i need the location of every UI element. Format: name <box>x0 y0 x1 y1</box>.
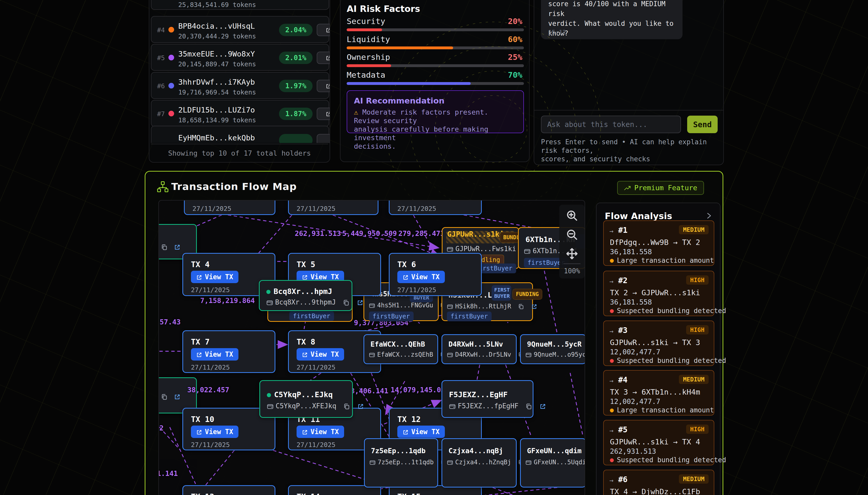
factor-pct: 60% <box>508 35 522 44</box>
wallet-address-row: 9QnueM...o95ycR <box>525 351 585 358</box>
wallet-node-gfxeun[interactable]: GFxeUN...qdim GFxeUN...5Uqdim <box>520 438 585 488</box>
wallet-node-czjxa4[interactable]: Czjxa4...nqBj Czjxa4...hZnqBj <box>442 438 517 488</box>
flow-analysis-panel: Flow Analysis → #1 MEDIUM DfPdgq...Ww9B … <box>596 203 720 495</box>
tx-node-7[interactable]: TX 7 View TX 27/11/2025 <box>182 330 275 373</box>
first-buyer-tag: firstBuyer <box>289 311 334 321</box>
external-link-icon <box>403 274 409 280</box>
flow-map-canvas[interactable]: 262,931.513 5,449,950.509 279,285.473 7,… <box>158 200 585 495</box>
holder-tx-button[interactable]: TX <box>317 52 330 64</box>
flag-dot <box>610 309 614 313</box>
holder-rank: #7 <box>157 110 165 118</box>
funding-badge: FUNDING <box>512 289 542 300</box>
chevron-right-icon[interactable] <box>705 212 713 220</box>
copy-icon[interactable] <box>343 300 349 306</box>
wallet-icon <box>369 352 375 358</box>
edge-amount-label: 14,079,145.033 <box>391 386 449 394</box>
view-tx-button[interactable]: View TX <box>191 348 239 360</box>
external-link-icon <box>302 429 308 436</box>
analysis-card[interactable]: → #1 MEDIUM DfPdgq...Ww9B → TX 2 36,181.… <box>603 220 714 266</box>
holder-color-dot <box>168 27 174 33</box>
analysis-card[interactable]: → #6 MEDIUM TX 4 → DjwhDz...C1Fb 262,931… <box>603 470 714 495</box>
copy-icon[interactable] <box>518 304 524 310</box>
external-link-icon[interactable] <box>174 394 181 400</box>
severity-badge: MEDIUM <box>679 375 709 384</box>
copy-icon[interactable] <box>161 244 168 251</box>
transaction-flow-map-section: Transaction Flow Map Premium Feature <box>145 171 723 495</box>
analysis-card[interactable]: → #4 MEDIUM TX 3 → 6XTb1n...kH4m 12,002,… <box>603 370 714 415</box>
factor-bar-fill <box>347 47 453 49</box>
severity-badge: HIGH <box>686 325 709 335</box>
holder-tx-button[interactable]: TX <box>317 108 330 120</box>
external-link-icon[interactable] <box>357 300 363 306</box>
wallet-node-bcq8xr[interactable]: Bcq8Xr...hpmJ Bcq8Xr...9thpmJ <box>259 280 353 311</box>
holder-tx-button[interactable]: TX <box>317 80 330 92</box>
wallet-node-d4rxwh[interactable]: D4RXwH...5LNv D4RXwH...Dr5LNv <box>442 334 517 364</box>
zoom-in-button[interactable] <box>566 209 578 222</box>
external-link-icon[interactable] <box>174 244 181 251</box>
holder-tx-button[interactable]: TX <box>317 24 330 36</box>
analysis-card[interactable]: → #3 HIGH GJPUwR...s1ki → TX 3 12,002,47… <box>603 321 714 366</box>
wallet-node-efawcx[interactable]: EfaWCX...QEhB EfaWCX...zsQEhB <box>363 334 438 364</box>
zoom-out-button[interactable] <box>566 228 578 241</box>
wallet-node-9qnuem[interactable]: 9QnueM...5ycR 9QnueM...o95ycR <box>520 334 585 364</box>
ai-risk-factors-panel: AI Risk Factors Security 20% Liquidity 6… <box>340 0 529 162</box>
holders-footer: Showing top 10 of 17 total holders <box>149 149 330 157</box>
holder-tokens: 25,834,541.69 tokens <box>178 1 256 8</box>
external-link-icon[interactable] <box>357 403 364 410</box>
first-buyer-tag: firstBuyer <box>447 311 492 321</box>
tx-node[interactable]: 27/11/2025 <box>389 200 482 215</box>
tx-node-13[interactable]: TX 13 <box>182 485 275 495</box>
edge-amount-label: 38,022.457 <box>187 386 229 394</box>
holder-address: 35mxeEUE...9Wo8xY <box>178 50 255 58</box>
factor-label: Ownership <box>347 52 390 62</box>
holder-tokens: 20,145,889.47 tokens <box>178 61 256 68</box>
warning-icon: ⚠ <box>354 108 358 116</box>
pan-button[interactable] <box>566 248 578 260</box>
edge-amount-label: 1.141 <box>158 470 178 477</box>
edge-amount-label: 5,449,950.509 <box>342 229 397 237</box>
holder-rank: #6 <box>157 82 165 90</box>
send-button[interactable]: Send <box>687 116 718 133</box>
wallet-node-c5ykqp[interactable]: C5YkqP...EJkq C5YkqP...XFEJkq <box>259 380 353 418</box>
divider <box>151 144 328 144</box>
chat-input[interactable] <box>541 116 681 133</box>
wallet-icon <box>447 246 453 253</box>
chat-message-bubble: score is 40/100 with a MEDIUM risk verdi… <box>541 0 683 39</box>
wallet-address-row: HSik8h...RtLhjR <box>447 303 537 310</box>
holder-tx-button[interactable] <box>317 134 330 143</box>
holder-tokens: 19,716,969.54 tokens <box>178 88 256 96</box>
external-link-icon[interactable] <box>539 403 546 410</box>
analysis-card[interactable]: → #5 HIGH GJPUwR...s1ki → TX 4 262,931.5… <box>603 420 714 465</box>
view-tx-button[interactable]: View TX <box>191 426 239 438</box>
wallet-address-row: GFxeUN...5Uqdim <box>525 459 585 466</box>
wallet-icon <box>524 248 530 255</box>
view-tx-button[interactable]: View TX <box>397 426 445 438</box>
view-tx-button[interactable]: View TX <box>297 348 344 360</box>
wallet-node-f5jexz[interactable]: F5JEXZ...EgHF F5JEXZ...fpEgHF <box>442 380 534 418</box>
copy-icon[interactable] <box>525 403 532 410</box>
wallet-address-row: F5JEXZ...fpEgHF <box>449 402 546 410</box>
arrow-icon: → <box>609 327 613 335</box>
wallet-icon <box>447 459 453 465</box>
wallet-title: GJPUwR...s1ki <box>447 230 504 238</box>
factor-pct: 70% <box>508 70 522 80</box>
view-tx-button[interactable]: View TX <box>297 426 344 438</box>
wallet-node-7z5eep[interactable]: 7z5eEp...1qdb 7z5eEp...1t1qdb <box>364 438 438 488</box>
external-link-icon[interactable] <box>531 304 537 310</box>
tx-node[interactable]: 27/11/2025 <box>184 200 275 215</box>
wallet-icon <box>370 459 376 465</box>
holder-color-dot <box>168 55 174 61</box>
tx-node-6[interactable]: TX 6 View TX 27/11/2025 <box>389 253 482 296</box>
wallet-icon <box>525 352 531 358</box>
external-link-icon <box>302 274 308 280</box>
top-holders-panel: 25,834,541.69 tokens #4 BPB4ocia...vUHsq… <box>149 0 330 163</box>
view-tx-button[interactable]: View TX <box>191 271 239 283</box>
copy-icon[interactable] <box>343 403 350 410</box>
copy-icon[interactable] <box>161 394 168 400</box>
analysis-card[interactable]: → #2 HIGH TX 2 → GJPUwR...s1ki 36,181.55… <box>603 271 714 316</box>
wallet-icon <box>266 300 273 306</box>
holder-rank: #5 <box>157 54 165 62</box>
tx-node[interactable]: 27/11/2025 <box>288 200 378 215</box>
holder-pct-badge: 2.04% <box>279 24 313 36</box>
view-tx-button[interactable]: View TX <box>397 271 445 283</box>
